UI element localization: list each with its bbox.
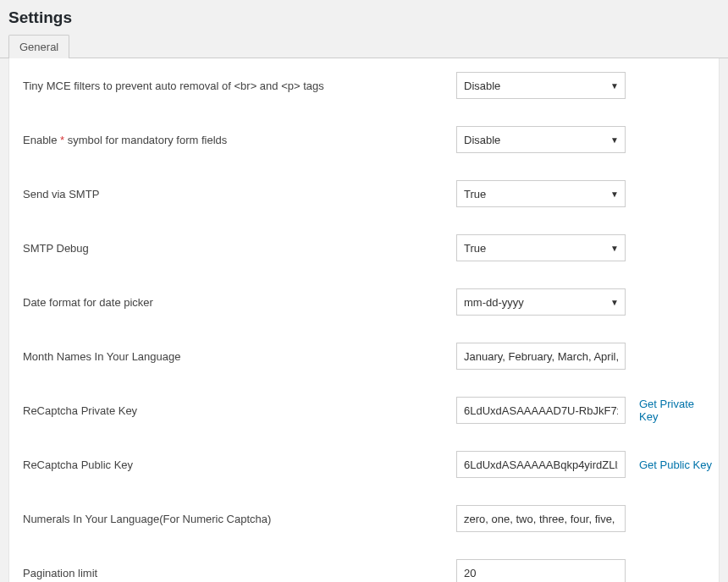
label-pagination: Pagination limit <box>9 546 449 582</box>
link-get-private-key[interactable]: Get Private Key <box>639 398 694 423</box>
row-smtp: Send via SMTP True ▼ <box>9 167 719 221</box>
row-month-names: Month Names In Your Language <box>9 329 719 383</box>
row-numerals: Numerals In Your Language(For Numeric Ca… <box>9 491 719 546</box>
label-smtp: Send via SMTP <box>9 167 449 221</box>
label-tinymce: Tiny MCE filters to prevent auto removal… <box>9 58 449 113</box>
input-numerals[interactable] <box>456 505 626 532</box>
link-get-public-key[interactable]: Get Public Key <box>639 458 712 471</box>
select-smtp-debug[interactable]: True <box>456 234 626 261</box>
row-pagination: Pagination limit <box>9 546 719 582</box>
row-date-format: Date format for date picker mm-dd-yyyy ▼ <box>9 275 719 329</box>
select-mandatory[interactable]: Disable <box>456 126 626 153</box>
label-month-names: Month Names In Your Language <box>9 329 449 383</box>
row-smtp-debug: SMTP Debug True ▼ <box>9 221 719 275</box>
input-recaptcha-public[interactable] <box>456 451 626 478</box>
tab-bar: General <box>0 34 728 58</box>
label-recaptcha-public: ReCaptcha Public Key <box>9 437 449 491</box>
input-recaptcha-private[interactable] <box>456 397 626 424</box>
label-recaptcha-private: ReCaptcha Private Key <box>9 383 449 437</box>
select-smtp[interactable]: True <box>456 180 626 207</box>
input-pagination[interactable] <box>456 559 626 582</box>
label-date-format: Date format for date picker <box>9 275 449 329</box>
select-tinymce[interactable]: Disable <box>456 72 626 99</box>
label-numerals: Numerals In Your Language(For Numeric Ca… <box>9 491 449 546</box>
label-smtp-debug: SMTP Debug <box>9 221 449 275</box>
tab-general[interactable]: General <box>8 35 69 58</box>
row-tinymce: Tiny MCE filters to prevent auto removal… <box>9 58 719 113</box>
input-month-names[interactable] <box>456 343 626 370</box>
page-title: Settings <box>0 0 728 34</box>
row-recaptcha-private: ReCaptcha Private Key Get Private Key <box>9 383 719 437</box>
row-recaptcha-public: ReCaptcha Public Key Get Public Key <box>9 437 719 491</box>
label-mandatory: Enable * symbol for mandatory form field… <box>9 113 449 167</box>
settings-panel: Tiny MCE filters to prevent auto removal… <box>8 58 720 582</box>
row-mandatory: Enable * symbol for mandatory form field… <box>9 113 719 167</box>
select-date-format[interactable]: mm-dd-yyyy <box>456 288 626 316</box>
